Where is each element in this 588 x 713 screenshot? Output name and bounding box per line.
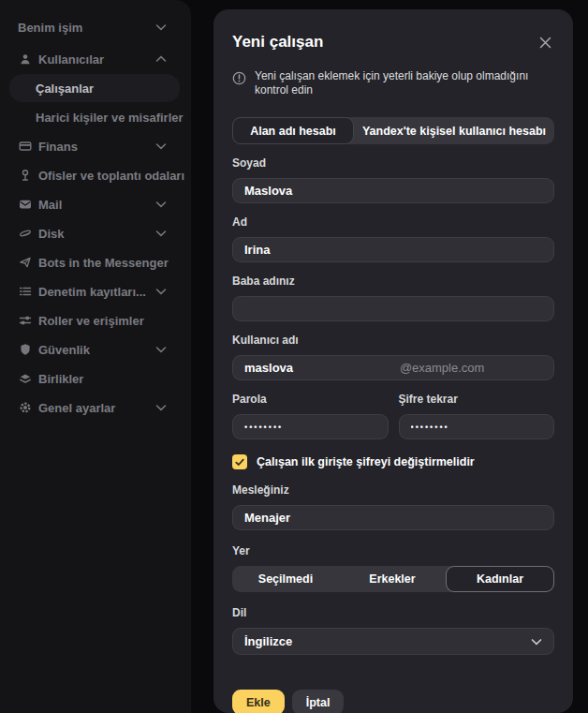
sidebar-item-label: Genel ayarlar [38, 401, 115, 415]
cancel-button[interactable]: İptal [292, 690, 345, 713]
field-label: Dil [232, 606, 554, 619]
sidebar-item-ofisler[interactable]: Ofisler ve toplantı odaları [9, 161, 180, 189]
page-title: Yeni çalışan [232, 33, 323, 52]
sidebar-item-label: Disk [38, 227, 64, 241]
password-repeat-field[interactable] [399, 414, 555, 439]
shield-icon [19, 343, 32, 356]
sidebar-item-label: Roller ve erişimler [38, 314, 144, 328]
send-icon [19, 256, 32, 269]
username-field-wrap: @example.com [232, 355, 554, 380]
force-password-change-checkbox-row[interactable]: Çalışan ilk girişte şifreyi değiştirmeli… [232, 454, 554, 469]
user-icon [19, 52, 32, 66]
mic-icon [19, 169, 32, 182]
sidebar-item-label: Benim işim [18, 21, 82, 35]
chevron-down-icon [155, 346, 167, 353]
field-group-sifre-tekrar: Şifre tekrar [399, 393, 555, 439]
list-icon [19, 285, 32, 298]
sidebar-item-mail[interactable]: Mail [9, 190, 180, 218]
tab-yandex-personal-account[interactable]: Yandex'te kişisel kullanıcı hesabı [354, 117, 554, 144]
language-select[interactable]: İngilizce [232, 628, 554, 655]
tab-label: Alan adı hesabı [250, 125, 336, 138]
chevron-down-icon [155, 23, 167, 31]
field-group-dil: Dil İngilizce [232, 606, 554, 655]
sidebar-item-bots[interactable]: Bots in the Messenger [9, 248, 180, 276]
sidebar-item-genel-ayarlar[interactable]: Genel ayarlar [9, 394, 180, 422]
chevron-down-icon [155, 288, 167, 295]
occupation-field[interactable] [232, 505, 554, 530]
sidebar-item-calisanlar[interactable]: Çalışanlar [9, 74, 180, 102]
username-field[interactable] [232, 355, 554, 380]
segment-erkekler[interactable]: Erkekler [339, 566, 446, 592]
field-label: Yer [232, 544, 554, 557]
sidebar-item-benim-isim[interactable]: Benim işim [9, 13, 180, 41]
new-employee-modal: Yeni çalışan Yeni çalışan eklemek için y… [213, 9, 573, 713]
field-label: Soyad [232, 156, 554, 170]
surname-field[interactable] [232, 178, 554, 203]
middlename-field[interactable] [232, 296, 554, 321]
sidebar-item-harici-kisiler[interactable]: Harici kişiler ve misafirler [9, 103, 180, 131]
sidebar-item-label: Güvenlik [38, 343, 90, 357]
gear-icon [19, 401, 32, 414]
chevron-down-icon [155, 404, 167, 411]
sidebar-item-label: Bots in the Messenger [38, 256, 169, 270]
field-group-soyad: Soyad [232, 156, 554, 203]
tab-label: Yandex'te kişisel kullanıcı hesabı [362, 125, 546, 138]
sidebar-item-label: Birlikler [38, 372, 83, 386]
segment-secilmedi[interactable]: Seçilmedi [232, 566, 339, 592]
checkbox-checked-icon[interactable] [232, 454, 247, 469]
field-group-yer: Yer Seçilmedi Erkekler Kadınlar [232, 544, 554, 592]
language-select-value: İngilizce [244, 634, 292, 648]
roles-icon [19, 314, 32, 327]
password-field[interactable] [232, 414, 389, 439]
field-label: Kullanıcı adı [232, 334, 554, 347]
field-group-parola: Parola [232, 393, 389, 439]
segment-kadinlar[interactable]: Kadınlar [446, 566, 554, 592]
sidebar-item-birlikler[interactable]: Birlikler [9, 364, 180, 393]
chevron-down-icon [531, 638, 542, 646]
info-icon [232, 71, 246, 85]
sidebar-item-guvenlik[interactable]: Güvenlik [9, 335, 180, 364]
sidebar-item-roller[interactable]: Roller ve erişimler [9, 306, 180, 334]
sidebar-item-disk[interactable]: Disk [9, 219, 180, 247]
tab-domain-account[interactable]: Alan adı hesabı [232, 117, 354, 144]
sidebar-item-denetim[interactable]: Denetim kayıtları... [9, 277, 180, 305]
field-label: Ad [232, 215, 554, 229]
close-icon[interactable] [537, 34, 554, 52]
field-label: Şifre tekrar [399, 393, 555, 406]
field-label: Mesleğiniz [232, 483, 554, 497]
account-type-tabs: Alan adı hesabı Yandex'te kişisel kullan… [232, 117, 554, 144]
segment-label: Seçilmedi [258, 572, 313, 586]
password-row: Parola Şifre tekrar [232, 393, 554, 439]
field-label: Parola [232, 393, 389, 406]
add-button[interactable]: Ekle [232, 690, 285, 713]
card-icon [19, 140, 32, 153]
sidebar-item-label: Kullanıcılar [38, 52, 104, 67]
field-group-mesleginiz: Mesleğiniz [232, 483, 554, 530]
sidebar-item-label: Mail [38, 198, 62, 212]
disk-icon [19, 227, 32, 240]
chevron-down-icon [155, 142, 167, 150]
sidebar-item-kullanicilar[interactable]: Kullanıcılar [9, 45, 180, 73]
segment-label: Erkekler [369, 572, 415, 586]
sidebar-item-label: Ofisler ve toplantı odaları [38, 169, 184, 183]
chevron-up-icon [155, 55, 167, 63]
sidebar-item-label: Denetim kayıtları... [38, 285, 146, 299]
field-group-baba-adiniz: Baba adınız [232, 275, 554, 321]
firstname-field[interactable] [232, 237, 554, 262]
checkbox-label: Çalışan ilk girişte şifreyi değiştirmeli… [257, 455, 475, 468]
field-group-ad: Ad [232, 215, 554, 262]
field-group-kullanici-adi: Kullanıcı adı @example.com [232, 334, 554, 380]
layers-icon [19, 372, 32, 385]
gender-segmented-control: Seçilmedi Erkekler Kadınlar [232, 566, 554, 592]
chevron-down-icon [155, 230, 167, 237]
modal-actions: Ekle İptal [232, 690, 554, 713]
sidebar-item-label: Çalışanlar [36, 82, 94, 96]
sidebar: Benim işim Kullanıcılar Çalışanlar Haric… [0, 0, 191, 713]
sidebar-item-finans[interactable]: Finans [9, 132, 180, 160]
sidebar-item-label: Finans [38, 140, 78, 154]
chevron-down-icon [155, 201, 167, 208]
sidebar-item-label: Harici kişiler ve misafirler [36, 111, 184, 125]
mail-icon [19, 198, 32, 211]
notice-text: Yeni çalışan eklemek için yeterli bakiye… [255, 69, 536, 97]
balance-notice: Yeni çalışan eklemek için yeterli bakiye… [232, 69, 554, 97]
